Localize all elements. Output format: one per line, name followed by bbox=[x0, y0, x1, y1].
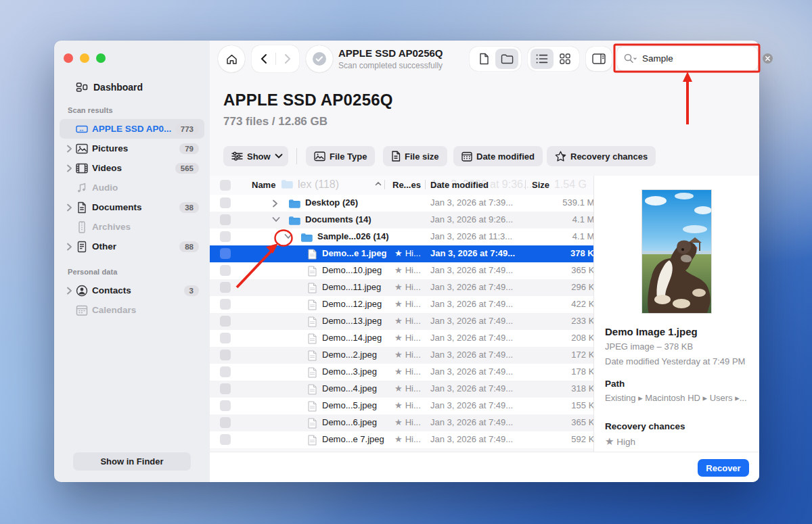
sidebar-item-dashboard[interactable]: Dashboard bbox=[60, 77, 204, 97]
disclosure-chevron-right[interactable] bbox=[272, 199, 278, 208]
preview-recovery-label: Recovery chances bbox=[605, 421, 685, 431]
row-checkbox[interactable] bbox=[220, 333, 231, 343]
row-checkbox[interactable] bbox=[220, 282, 231, 293]
home-button[interactable] bbox=[218, 45, 245, 72]
sidebar-section-header: Scan results bbox=[68, 106, 113, 114]
footer: Recover bbox=[210, 452, 759, 482]
count-badge: 565 bbox=[175, 163, 199, 174]
sidebar-item-list: Contacts3Calendars bbox=[60, 281, 204, 320]
filter-button-recovery-chances[interactable]: Recovery chances bbox=[547, 146, 656, 166]
filter-button-date-modified[interactable]: Date modified bbox=[453, 146, 543, 166]
table-row[interactable]: Demo...4.jpeg★Hi...Jan 3, 2026 at 7:49..… bbox=[210, 381, 593, 398]
row-checkbox[interactable] bbox=[220, 434, 231, 445]
row-checkbox[interactable] bbox=[220, 383, 231, 394]
forward-button[interactable] bbox=[276, 49, 299, 69]
documents-icon bbox=[76, 201, 92, 214]
recover-button[interactable]: Recover bbox=[698, 459, 749, 477]
row-checkbox[interactable] bbox=[220, 214, 231, 225]
filter-label: File size bbox=[405, 151, 439, 162]
filter-button-file-size[interactable]: File size bbox=[383, 146, 447, 166]
row-checkbox[interactable] bbox=[220, 248, 231, 259]
column-header-size[interactable]: Size bbox=[532, 180, 549, 190]
filter-button-file-type[interactable]: File Type bbox=[306, 146, 375, 166]
clear-search-icon[interactable] bbox=[762, 53, 773, 64]
scan-status-button[interactable] bbox=[306, 45, 333, 72]
main-area: APPLE SSD AP0256Q Scan completed success… bbox=[210, 41, 759, 482]
list-view-button[interactable] bbox=[531, 49, 554, 69]
sidebar-item-videos[interactable]: Videos565 bbox=[60, 158, 204, 178]
table-row[interactable]: Sample...026 (14)Jan 3, 2026 at 11:3...4… bbox=[210, 229, 593, 245]
chevron-right-icon[interactable] bbox=[66, 164, 76, 172]
recovery-cell: ★Hi... bbox=[394, 333, 421, 343]
audio-icon bbox=[76, 182, 92, 194]
desktop-wallpaper: Dashboard Scan resultsAPPLE SSD AP0...77… bbox=[0, 0, 812, 524]
table-row[interactable]: Demo...3.jpeg★Hi...Jan 3, 2026 at 7:49..… bbox=[210, 364, 593, 381]
row-checkbox[interactable] bbox=[220, 316, 231, 327]
search-field[interactable] bbox=[617, 47, 758, 70]
close-window-button[interactable] bbox=[64, 53, 73, 63]
file-name: Demo...e 1.jpeg bbox=[322, 248, 386, 258]
file-icon bbox=[308, 333, 317, 344]
minimize-window-button[interactable] bbox=[80, 53, 89, 63]
folder-view-button[interactable] bbox=[495, 49, 518, 69]
sidebar-item-label: Audio bbox=[92, 183, 199, 193]
file-view-button[interactable] bbox=[472, 49, 495, 69]
sidebar-item-other[interactable]: Other88 bbox=[60, 237, 204, 256]
size-cell: 172 KB bbox=[508, 350, 593, 360]
column-header-name[interactable]: Name bbox=[252, 180, 275, 190]
table-row[interactable]: Desktop (26)Jan 3, 2026 at 7:39...539.1 … bbox=[210, 195, 593, 212]
sliders-icon bbox=[231, 151, 243, 161]
table-row[interactable]: Demo...13.jpeg★Hi...Jan 3, 2026 at 7:49.… bbox=[210, 313, 593, 330]
sidebar-item-apple-ssd-ap0[interactable]: APPLE SSD AP0...773 bbox=[60, 119, 204, 139]
file-table: lex (118) Jan 3, 2026 at 9:36... 1.54 G … bbox=[210, 176, 593, 448]
grid-view-button[interactable] bbox=[554, 49, 577, 69]
row-checkbox[interactable] bbox=[220, 350, 231, 360]
table-row[interactable]: Demo...e 7.jpeg★Hi...Jan 3, 2026 at 7:49… bbox=[210, 431, 593, 448]
sidebar-item-documents[interactable]: Documents38 bbox=[60, 197, 204, 217]
recovery-chance-text: Hi... bbox=[405, 333, 421, 343]
zoom-window-button[interactable] bbox=[96, 53, 106, 63]
show-filter-button[interactable]: Show bbox=[223, 146, 288, 166]
search-input[interactable] bbox=[642, 53, 762, 64]
table-row[interactable]: Demo...5.jpeg★Hi...Jan 3, 2026 at 7:49..… bbox=[210, 398, 593, 414]
table-row[interactable]: Demo...e 1.jpeg★Hi...Jan 3, 2026 at 7:49… bbox=[210, 245, 593, 262]
preview-panel-toggle[interactable] bbox=[586, 47, 612, 71]
row-checkbox[interactable] bbox=[220, 366, 231, 377]
sidebar-item-contacts[interactable]: Contacts3 bbox=[60, 281, 204, 300]
drive-icon bbox=[76, 123, 92, 135]
disclosure-chevron-annotated[interactable] bbox=[284, 233, 292, 239]
table-row[interactable]: Demo...11.jpeg★Hi...Jan 3, 2026 at 7:49.… bbox=[210, 279, 593, 296]
disclosure-chevron-down[interactable] bbox=[272, 216, 280, 222]
star-icon: ★ bbox=[394, 299, 403, 309]
recovery-chance-text: Hi... bbox=[405, 366, 421, 377]
row-checkbox[interactable] bbox=[220, 299, 231, 310]
sidebar-item-pictures[interactable]: Pictures79 bbox=[60, 139, 204, 158]
row-checkbox[interactable] bbox=[220, 197, 231, 208]
table-row[interactable]: Documents (14)Jan 3, 2026 at 9:26...4.1 … bbox=[210, 212, 593, 229]
back-button[interactable] bbox=[252, 49, 275, 69]
show-in-finder-button[interactable]: Show in Finder bbox=[73, 452, 191, 471]
chevron-right-icon[interactable] bbox=[66, 287, 76, 295]
chevron-right-icon[interactable] bbox=[66, 243, 76, 251]
row-checkbox[interactable] bbox=[220, 231, 231, 242]
star-icon bbox=[555, 151, 566, 162]
app-window: Dashboard Scan resultsAPPLE SSD AP0...77… bbox=[54, 41, 759, 482]
column-divider bbox=[384, 180, 385, 189]
file-name: Desktop (26) bbox=[305, 197, 358, 208]
table-row[interactable]: Demo...14.jpeg★Hi...Jan 3, 2026 at 7:49.… bbox=[210, 330, 593, 347]
table-row[interactable]: Demo...6.jpeg★Hi...Jan 3, 2026 at 7:49..… bbox=[210, 414, 593, 431]
table-row[interactable]: Demo...2.jpeg★Hi...Jan 3, 2026 at 7:49..… bbox=[210, 347, 593, 364]
size-cell: 296 KB bbox=[508, 282, 593, 292]
row-checkbox[interactable] bbox=[220, 417, 231, 428]
select-all-checkbox[interactable] bbox=[220, 180, 231, 191]
date-modified-cell: Jan 3, 2026 at 7:49... bbox=[430, 265, 513, 275]
table-row[interactable]: Demo...12.jpeg★Hi...Jan 3, 2026 at 7:49.… bbox=[210, 296, 593, 313]
recovery-cell: ★Hi... bbox=[394, 400, 421, 410]
row-checkbox[interactable] bbox=[220, 265, 231, 276]
table-row[interactable]: Demo...10.jpeg★Hi...Jan 3, 2026 at 7:49.… bbox=[210, 262, 593, 279]
column-header-recovery[interactable]: Re...es bbox=[392, 180, 421, 190]
chevron-right-icon[interactable] bbox=[66, 204, 76, 212]
chevron-right-icon[interactable] bbox=[66, 145, 76, 153]
row-checkbox[interactable] bbox=[220, 400, 231, 411]
column-header-date[interactable]: Date modified bbox=[430, 180, 489, 190]
